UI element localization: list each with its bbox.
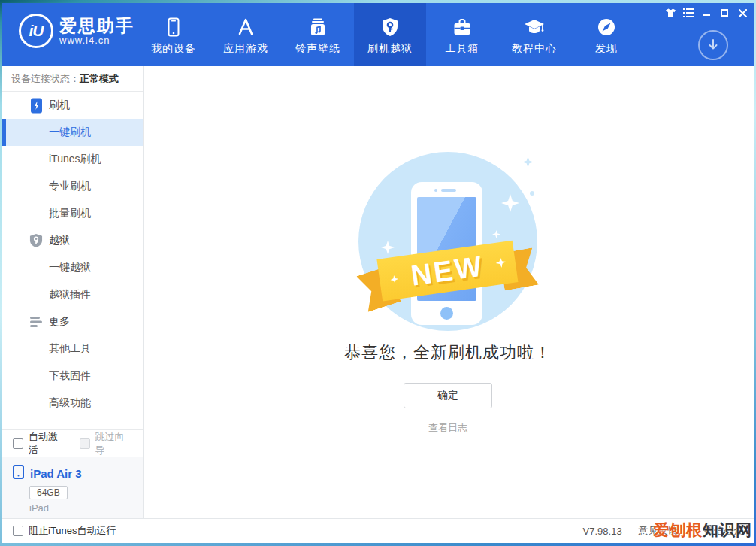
phone-camera-dot [434, 189, 437, 192]
primary-nav: 我的设备 应用游戏 铃声壁纸 [138, 3, 643, 66]
header: iU 爱思助手 www.i4.cn 我的设备 应用游戏 [2, 3, 754, 66]
more-lines-icon [29, 314, 43, 330]
phone-icon [164, 15, 183, 39]
nav-tab-tutorials[interactable]: 教程中心 [498, 3, 570, 66]
nav-tab-label: 刷机越狱 [367, 42, 413, 56]
main-content: NEW 恭喜您，全新刷机成功啦！ 确定 查看日志 [144, 66, 754, 518]
sidebar-item-label: iTunes刷机 [49, 153, 101, 166]
sidebar-item-jailbreak-plugins[interactable]: 越狱插件 [2, 281, 143, 308]
app-title: 爱思助手 [59, 17, 135, 35]
jailbreak-shield-icon [29, 232, 43, 249]
success-message: 恭喜您，全新刷机成功啦！ [344, 341, 552, 364]
nav-tab-my-devices[interactable]: 我的设备 [138, 3, 210, 66]
sparkle-icon [495, 256, 507, 268]
sidebar-item-label: 高级功能 [49, 396, 91, 410]
auto-activate-label: 自动激活 [29, 430, 66, 457]
sidebar-section-jailbreak[interactable]: 越狱 [2, 227, 143, 254]
sidebar-spacer [2, 417, 143, 429]
watermark: 爱刨根知识网 [653, 520, 752, 541]
sidebar-item-pro-flash[interactable]: 专业刷机 [2, 173, 143, 200]
device-status-label: 设备连接状态： [11, 72, 80, 86]
sidebar-item-label: 其他工具 [49, 342, 91, 356]
sidebar-section-flash[interactable]: 刷机 [2, 92, 143, 119]
skip-wizard-checkbox[interactable] [80, 438, 90, 449]
footer: 阻止iTunes自动运行 V7.98.13 意见反馈 | 微信公众 爱刨根知识网 [2, 518, 754, 543]
sidebar-item-label: 更多 [49, 315, 70, 329]
version-text: V7.98.13 [583, 526, 622, 537]
sidebar-item-label: 越狱插件 [49, 288, 91, 302]
appstore-icon [235, 15, 256, 39]
titlebar-controls [661, 5, 751, 20]
phone-speaker-line [441, 189, 456, 192]
maximize-icon[interactable] [715, 5, 733, 20]
ribbon-text: NEW [409, 250, 486, 292]
device-type: iPad [29, 502, 132, 514]
nav-tab-flash-jailbreak[interactable]: 刷机越狱 [354, 3, 426, 66]
sidebar-item-batch-flash[interactable]: 批量刷机 [2, 200, 143, 227]
window-frame: iU 爱思助手 www.i4.cn 我的设备 应用游戏 [0, 0, 756, 546]
app-logo[interactable]: iU 爱思助手 www.i4.cn [19, 14, 135, 48]
sidebar-item-download-firmware[interactable]: 下载固件 [2, 362, 143, 390]
download-circle-icon[interactable] [698, 30, 728, 60]
sidebar-item-itunes-flash[interactable]: iTunes刷机 [2, 146, 143, 173]
phone-home-button [440, 307, 453, 320]
skip-wizard-option[interactable]: 跳过向导 [80, 430, 133, 457]
menu-list-icon[interactable] [679, 5, 697, 20]
sidebar-item-one-click-flash[interactable]: 一键刷机 [2, 119, 143, 146]
body: 设备连接状态： 正常模式 刷机 一键刷机 iTunes刷机 [2, 66, 754, 518]
dot-decoration [530, 191, 534, 196]
shield-key-icon [380, 15, 401, 39]
confirm-button[interactable]: 确定 [404, 383, 492, 408]
nav-tab-label: 工具箱 [446, 42, 479, 56]
minimize-icon[interactable] [697, 5, 715, 20]
skin-icon[interactable] [661, 5, 679, 20]
sidebar-menu: 刷机 一键刷机 iTunes刷机 专业刷机 批量刷机 [2, 92, 143, 417]
device-name: iPad Air 3 [30, 467, 82, 480]
device-status-value: 正常模式 [80, 72, 119, 86]
graduation-cap-icon [523, 15, 546, 39]
auto-activate-option[interactable]: 自动激活 [13, 430, 66, 457]
flash-phone-icon [29, 97, 43, 114]
nav-tab-label: 铃声壁纸 [295, 42, 340, 56]
sidebar-item-label: 批量刷机 [49, 207, 91, 220]
sparkle-icon [390, 275, 399, 284]
device-status: 设备连接状态： 正常模式 [2, 66, 143, 92]
sidebar: 设备连接状态： 正常模式 刷机 一键刷机 iTunes刷机 [2, 66, 144, 518]
sidebar-item-advanced-features[interactable]: 高级功能 [2, 390, 143, 417]
sidebar-item-label: 下载固件 [49, 369, 91, 383]
sidebar-item-one-click-jailbreak[interactable]: 一键越狱 [2, 254, 143, 281]
auto-activate-checkbox[interactable] [13, 438, 23, 449]
nav-tab-label: 教程中心 [512, 42, 557, 56]
app-window: iU 爱思助手 www.i4.cn 我的设备 应用游戏 [2, 3, 754, 543]
watermark-orange: 爱刨根 [653, 521, 703, 538]
block-itunes-label: 阻止iTunes自动运行 [29, 524, 116, 538]
nav-tab-discover[interactable]: 发现 [570, 3, 643, 66]
close-icon[interactable] [733, 5, 751, 20]
sidebar-item-label: 一键越狱 [49, 261, 91, 275]
app-url: www.i4.cn [59, 35, 135, 46]
sidebar-options: 自动激活 跳过向导 [2, 429, 143, 457]
device-capacity-badge: 64GB [29, 486, 68, 499]
skip-wizard-label: 跳过向导 [95, 430, 133, 457]
ringtone-icon [307, 15, 328, 39]
sidebar-item-label: 越狱 [49, 234, 70, 247]
nav-tab-ringtones-wallpapers[interactable]: 铃声壁纸 [282, 3, 354, 66]
compass-icon [596, 15, 617, 39]
nav-tab-toolbox[interactable]: 工具箱 [426, 3, 498, 66]
sidebar-item-label: 一键刷机 [49, 126, 91, 139]
success-illustration: NEW [358, 152, 537, 331]
ribbon-band: NEW [376, 241, 518, 302]
nav-tab-apps-games[interactable]: 应用游戏 [210, 3, 282, 66]
tablet-icon [13, 465, 24, 482]
sparkle-icon [522, 156, 534, 168]
block-itunes-option[interactable]: 阻止iTunes自动运行 [13, 524, 116, 538]
logo-badge: iU [19, 14, 53, 48]
block-itunes-checkbox[interactable] [13, 526, 23, 536]
sidebar-item-other-tools[interactable]: 其他工具 [2, 335, 143, 362]
toolbox-icon [452, 15, 473, 39]
view-log-link[interactable]: 查看日志 [428, 421, 467, 435]
sidebar-item-label: 刷机 [49, 99, 70, 112]
sidebar-item-label: 专业刷机 [49, 180, 91, 193]
sidebar-section-more[interactable]: 更多 [2, 308, 143, 335]
device-info[interactable]: iPad Air 3 64GB iPad [2, 457, 143, 518]
